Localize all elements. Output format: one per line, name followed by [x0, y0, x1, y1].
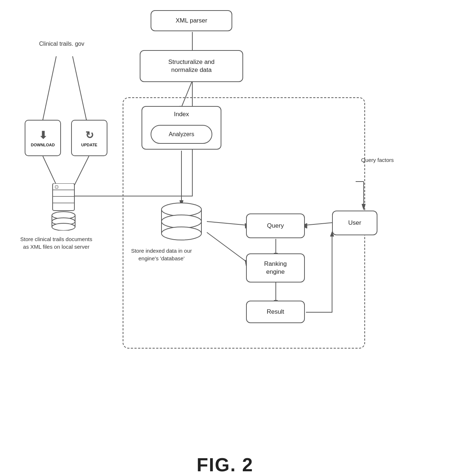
- update-box: ↻ UPDATE: [71, 120, 107, 156]
- index-box: Index Analyzers: [142, 106, 221, 150]
- update-label: UPDATE: [81, 143, 97, 147]
- server-icon: [47, 183, 91, 231]
- query-label: Query: [267, 222, 284, 230]
- clinical-trials-label: Clinical trails. gov: [33, 40, 91, 48]
- index-label: Index: [174, 110, 189, 118]
- svg-line-0: [43, 56, 56, 120]
- svg-point-41: [161, 203, 201, 216]
- update-icon: ↻: [85, 129, 94, 141]
- user-label: User: [348, 219, 361, 227]
- ranking-engine-box: Ranking engine: [246, 253, 305, 282]
- svg-line-2: [73, 56, 86, 120]
- svg-point-40: [52, 223, 75, 231]
- result-label: Result: [267, 308, 284, 316]
- query-factors-label: Query factors: [359, 156, 396, 164]
- user-box: User: [332, 211, 377, 235]
- analyzers-label: Analyzers: [169, 131, 194, 138]
- query-box: Query: [246, 213, 305, 238]
- svg-point-44: [161, 215, 201, 228]
- ranking-engine-label: Ranking engine: [264, 260, 287, 276]
- svg-rect-33: [55, 186, 58, 188]
- download-label: DOWNLOAD: [31, 143, 55, 147]
- figure-label: FIG. 2: [0, 447, 450, 476]
- download-box: ⬇ DOWNLOAD: [25, 120, 61, 156]
- xml-parser-box: XML parser: [151, 10, 232, 31]
- download-icon: ⬇: [39, 129, 47, 141]
- diagram-container: Clinical trails. gov ⬇ DOWNLOAD ↻ UPDATE: [0, 0, 450, 447]
- store-indexed-label: Store indexed data in our engine's 'data…: [125, 247, 198, 262]
- structuralize-label: Structuralize and normalize data: [168, 58, 215, 74]
- svg-point-47: [161, 227, 201, 240]
- analyzers-box: Analyzers: [151, 125, 212, 144]
- result-box: Result: [246, 301, 305, 323]
- store-local-label: Store clinical trails documents as XML f…: [18, 235, 94, 251]
- structuralize-box: Structuralize and normalize data: [140, 50, 243, 82]
- database-cylinder: [160, 202, 203, 241]
- xml-parser-label: XML parser: [176, 17, 207, 25]
